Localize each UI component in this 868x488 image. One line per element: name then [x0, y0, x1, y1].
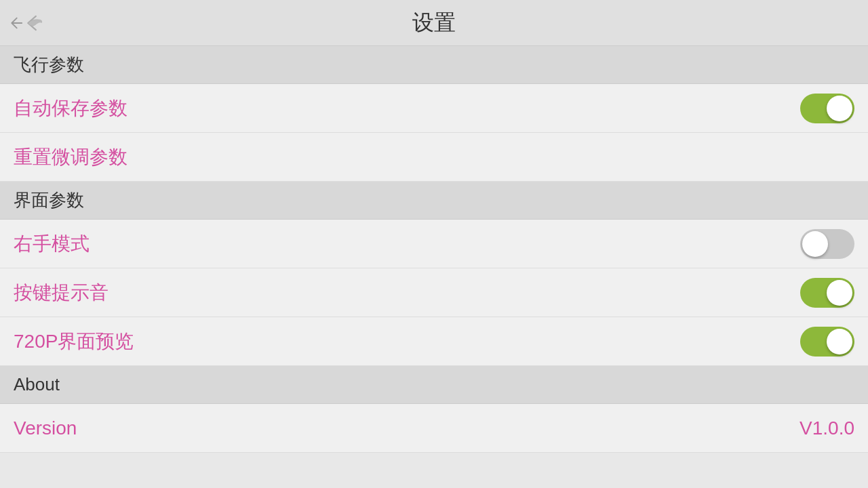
- 720p-label: 720P界面预览: [14, 329, 134, 354]
- auto-save-label: 自动保存参数: [14, 96, 127, 121]
- section-about: About: [0, 366, 868, 404]
- version-row: Version V1.0.0: [0, 404, 868, 453]
- section-flight-params: 飞行参数: [0, 46, 868, 84]
- auto-save-track: [800, 94, 854, 123]
- auto-save-thumb: [827, 96, 852, 121]
- key-sound-toggle[interactable]: [800, 278, 854, 308]
- 720p-toggle[interactable]: [800, 327, 854, 357]
- auto-save-toggle[interactable]: [800, 94, 854, 123]
- back-button[interactable]: [8, 5, 43, 41]
- version-label: Version: [14, 418, 77, 439]
- section-ui-params: 界面参数: [0, 182, 868, 220]
- setting-row-right-hand[interactable]: 右手模式: [0, 220, 868, 268]
- page-title: 设置: [412, 8, 456, 38]
- key-sound-label: 按键提示音: [14, 280, 108, 306]
- right-hand-toggle[interactable]: [800, 229, 854, 259]
- setting-row-key-sound[interactable]: 按键提示音: [0, 268, 868, 317]
- 720p-thumb: [827, 329, 852, 354]
- right-hand-label: 右手模式: [14, 231, 90, 257]
- reset-trim-label: 重置微调参数: [14, 144, 127, 170]
- setting-row-reset-trim[interactable]: 重置微调参数: [0, 133, 868, 182]
- right-hand-thumb: [802, 231, 828, 257]
- right-hand-track: [800, 229, 854, 259]
- back-arrow-icon: [25, 7, 43, 39]
- 720p-track: [800, 327, 854, 357]
- setting-row-720p[interactable]: 720P界面预览: [0, 317, 868, 366]
- header: 设置: [0, 0, 868, 46]
- key-sound-track: [800, 278, 854, 308]
- setting-row-auto-save[interactable]: 自动保存参数: [0, 84, 868, 133]
- key-sound-thumb: [827, 280, 852, 306]
- version-value: V1.0.0: [800, 418, 854, 439]
- back-icon: [8, 7, 25, 39]
